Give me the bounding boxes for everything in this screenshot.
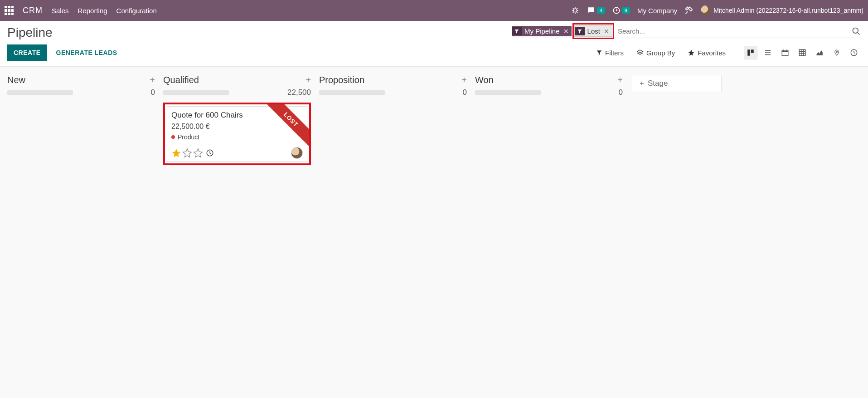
groupby-button[interactable]: Group By <box>636 49 675 57</box>
messages-badge: 4 <box>597 7 605 14</box>
user-label: Mitchell Admin (20222372-16-0-all.runbot… <box>713 7 863 14</box>
favorites-button[interactable]: Favorites <box>688 49 726 57</box>
filter-icon <box>512 27 522 35</box>
filters-button[interactable]: Filters <box>596 49 624 57</box>
col-total: 0 <box>619 88 623 97</box>
app-brand[interactable]: CRM <box>23 6 43 15</box>
svg-line-7 <box>572 12 573 13</box>
activity-clock-icon[interactable] <box>206 149 214 157</box>
activities-badge: 9 <box>622 7 630 14</box>
page-title: Pipeline <box>7 25 53 40</box>
progress-bar <box>319 90 385 95</box>
create-button[interactable]: CREATE <box>7 44 47 61</box>
view-list[interactable] <box>761 46 775 59</box>
progress-bar <box>163 90 229 95</box>
svg-line-6 <box>577 12 577 13</box>
col-total: 22,500 <box>287 88 311 97</box>
chip-label: Lost <box>587 27 600 35</box>
nav-reporting[interactable]: Reporting <box>78 7 107 15</box>
star-icon[interactable] <box>171 148 181 158</box>
view-graph[interactable] <box>813 46 826 59</box>
view-activity[interactable] <box>847 46 861 59</box>
control-bar: Pipeline My Pipeline ✕ Lost ✕ <box>0 21 868 67</box>
quick-add[interactable]: + <box>617 75 623 85</box>
col-title[interactable]: New <box>7 75 25 85</box>
chip-remove[interactable]: ✕ <box>604 28 609 35</box>
chip-label: My Pipeline <box>524 27 560 35</box>
progress-bar <box>7 90 73 95</box>
col-title[interactable]: Won <box>475 75 494 85</box>
add-stage-button[interactable]: + Stage <box>631 75 722 92</box>
nav-configuration[interactable]: Configuration <box>116 7 157 15</box>
company-switcher[interactable]: My Company <box>637 7 677 15</box>
svg-point-26 <box>836 51 838 53</box>
svg-line-8 <box>577 8 577 9</box>
lost-ribbon: LOST <box>260 103 310 153</box>
filter-chip-mypipeline[interactable]: My Pipeline ✕ <box>512 26 572 36</box>
user-menu[interactable]: Mitchell Admin (20222372-16-0-all.runbot… <box>701 5 863 15</box>
search-icon[interactable] <box>852 27 861 36</box>
kanban-board: New + 0 Qualified + 22,500 LOST Quote fo… <box>0 67 868 173</box>
svg-rect-12 <box>747 49 750 56</box>
svg-rect-13 <box>751 49 754 53</box>
avatar-icon <box>701 5 711 15</box>
col-title[interactable]: Qualified <box>163 75 199 85</box>
filter-chip-lost[interactable]: Lost ✕ <box>574 25 612 37</box>
svg-rect-17 <box>782 50 788 56</box>
search-input[interactable] <box>615 25 852 37</box>
search-bar[interactable]: My Pipeline ✕ Lost ✕ <box>512 25 861 38</box>
view-pivot[interactable] <box>795 46 809 59</box>
generate-leads-button[interactable]: GENERATE LEADS <box>54 44 119 61</box>
star-icon[interactable] <box>182 148 192 158</box>
tools-icon[interactable] <box>684 6 693 15</box>
topnav: CRM Sales Reporting Configuration 4 9 My… <box>0 0 868 21</box>
quick-add[interactable]: + <box>150 75 155 85</box>
progress-bar <box>475 90 541 95</box>
kanban-col-won: Won + 0 <box>475 75 623 103</box>
svg-line-11 <box>858 32 860 34</box>
view-map[interactable] <box>830 46 844 59</box>
chip-remove[interactable]: ✕ <box>563 28 569 35</box>
messages-icon[interactable]: 4 <box>587 6 605 15</box>
svg-rect-21 <box>799 49 805 56</box>
debug-icon[interactable] <box>571 6 579 15</box>
col-total: 0 <box>463 88 467 97</box>
svg-point-0 <box>573 9 577 12</box>
kanban-col-qualified: Qualified + 22,500 LOST Quote for 600 Ch… <box>163 75 311 165</box>
quick-add[interactable]: + <box>461 75 467 85</box>
nav-sales[interactable]: Sales <box>52 7 69 15</box>
tag-dot-icon <box>171 135 175 139</box>
col-title[interactable]: Proposition <box>319 75 364 85</box>
view-calendar[interactable] <box>778 46 792 59</box>
filter-icon <box>575 27 585 35</box>
svg-line-5 <box>572 8 573 9</box>
kanban-card[interactable]: LOST Quote for 600 Chairs 22,500.00 € Pr… <box>163 103 311 165</box>
col-total: 0 <box>151 88 155 97</box>
star-icon[interactable] <box>193 148 203 158</box>
plus-icon: + <box>640 79 644 88</box>
apps-menu-icon[interactable] <box>5 6 14 15</box>
kanban-col-new: New + 0 <box>7 75 155 103</box>
activities-icon[interactable]: 9 <box>612 6 630 15</box>
kanban-col-proposition: Proposition + 0 <box>319 75 467 103</box>
quick-add[interactable]: + <box>305 75 311 85</box>
priority-stars[interactable] <box>171 148 203 158</box>
view-kanban[interactable] <box>744 46 757 59</box>
svg-point-10 <box>853 28 858 33</box>
